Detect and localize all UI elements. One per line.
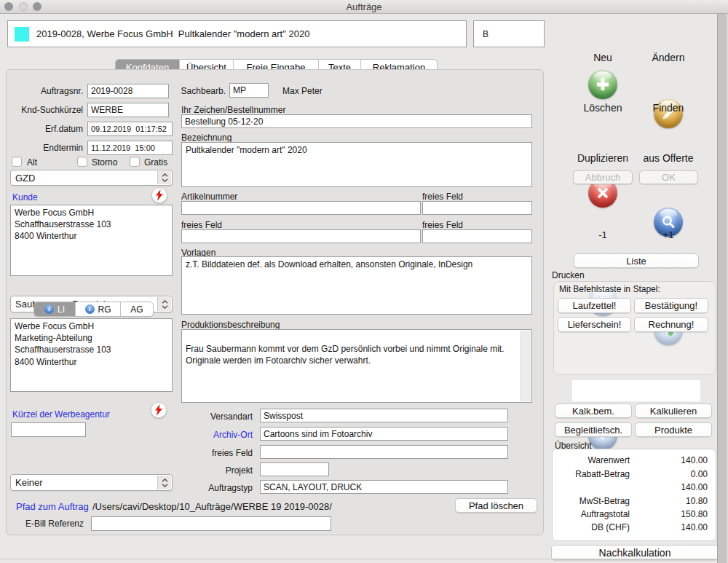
artikelnummer-field[interactable] [181,201,421,215]
plus-icon [595,76,611,92]
netto-value: 140.00 [635,482,708,492]
status-select[interactable]: GZD [10,170,173,186]
gratis-checkbox[interactable] [130,157,140,167]
produktion-box[interactable]: Frau Saubermann kommt vor dem GzD persön… [181,329,532,403]
suchkuerzel-label: Knd-Suchkürzel [10,105,83,115]
scrollbar[interactable] [717,14,727,563]
artikelnummer-label: Artikelnummer [181,192,237,202]
ebill-label: E-Bill Referenz [15,519,84,529]
kalkulieren-button[interactable]: Kalkulieren [635,403,712,418]
order-summary-field[interactable]: 2019-0028, Werbe Focus GmbH Pultkalender… [7,20,467,47]
info-icon[interactable]: i [44,304,54,314]
produktion-text: Frau Saubermann kommt vor dem GzD persön… [186,344,505,366]
auftragstyp-field[interactable]: SCAN, LAYOUT, DRUCK [260,480,508,494]
nachkalkulation-button[interactable]: Nachkalkulation [551,545,719,560]
agentur-link[interactable]: Kürzel der Werbeagentur [12,409,110,420]
chevron-updown-icon [157,171,171,184]
status-select-value: GZD [15,173,35,184]
tab-li[interactable]: i LI [34,302,76,316]
kalkbem-button[interactable]: Kalk.bem. [555,403,632,418]
ihr-zeichen-label: Ihr Zeichen/Bestellnummer [181,105,285,115]
db-chf-value: 140.00 [635,522,708,532]
suchkuerzel-field[interactable]: WERBE [87,103,169,117]
gratis-label: Gratis [144,157,167,168]
address-tabbar: i LI i RG AG [33,302,154,317]
freies-feld-3[interactable] [422,229,532,243]
mwst-value: 10.80 [635,496,708,506]
tab-ag[interactable]: AG [121,302,153,316]
ihr-zeichen-field[interactable]: Bestellung 05-12-20 [181,114,532,128]
archiv-ort-link[interactable]: Archiv-Ort [180,430,253,440]
auftragsnr-label: Auftragsnr. [10,86,83,96]
auftragstyp-value: SCAN, LAYOUT, DRUCK [264,482,362,492]
pfad-loeschen-button[interactable]: Pfad löschen [455,498,537,513]
ihr-zeichen-value: Bestellung 05-12-20 [185,117,263,127]
sachbearb-field[interactable]: MP [229,83,269,98]
pfad-link[interactable]: Pfad zum Auftrag [16,501,89,512]
freies-feld-2[interactable] [181,229,421,243]
prev-label: -1 [570,229,636,240]
db-chf-label: DB (CHF) [559,522,630,532]
freies-feld-4[interactable] [260,445,508,459]
drucken-label: Drucken [552,270,585,280]
window-title: Aufträge [0,1,728,12]
abbruch-button[interactable]: Abbruch [573,170,633,184]
kunde-address-box[interactable]: Werbe Focus GmbH Schaffhauserstrasse 103… [10,205,173,276]
li-address-box[interactable]: Werbe Focus GmbH Marketing-Abteilung Sch… [10,318,173,392]
mwst-label: MwSt-Betrag [559,496,630,506]
auftragstyp-label: Auftragstyp [180,483,253,493]
agentur-field[interactable] [11,422,86,437]
freies-feld-label: freies Feld [180,448,253,458]
chevron-updown-icon [157,297,171,311]
bezeichnung-box[interactable]: Pultkalender "modern art" 2020 [181,142,532,187]
endtermin-label: Endtermin [10,143,83,153]
info-icon[interactable]: i [85,304,95,314]
sachbearb-value: MP [233,85,246,95]
projekt-label: Projekt [180,465,253,476]
laufzettel-button[interactable]: Laufzettel! [558,298,631,313]
alt-checkbox[interactable] [12,157,22,167]
neu-label: Neu [570,52,636,63]
liste-button[interactable]: Liste [574,253,699,268]
finden-label: Finden [636,102,701,114]
lieferschein-button[interactable]: Lieferschein! [558,317,631,332]
scrollbar[interactable] [521,331,531,401]
pfad-value: /Users/cavi/Desktop/10_Aufträge/WERBE 19… [92,501,332,512]
projekt-field[interactable] [260,462,329,476]
kunde-link[interactable]: Kunde [12,192,38,202]
chevron-updown-icon [157,476,171,489]
neu-button[interactable] [588,70,617,99]
endtermin-field[interactable]: 11.12.2019 15:00 [87,141,173,155]
begleitliefsch-button[interactable]: Begleitliefsch. [555,422,632,437]
bestaetigung-button[interactable]: Bestätigung! [634,298,708,313]
bezeichnung-label: Bezeichnung [181,133,232,143]
rabatt-label: Rabatt-Betrag [559,469,630,479]
suchkuerzel-value: WERBE [91,105,123,115]
archiv-ort-field[interactable]: Cartoons sind im Fotoarchiv [260,427,508,441]
agentur-select[interactable]: Keiner [10,474,173,491]
erfdatum-label: Erf.datum [10,124,83,134]
auftragsnr-field[interactable]: 2019-0028 [87,84,169,98]
versandart-value: Swisspost [264,411,303,421]
alt-label: Alt [27,157,37,168]
rechnung-button[interactable]: Rechnung! [634,317,708,332]
auftragstotal-label: Auftragstotal [559,509,630,519]
aus-offerte-label: aus Offerte [636,152,701,164]
agentur-lightning-button[interactable] [151,402,167,418]
produkte-button[interactable]: Produkte [635,422,712,437]
ebill-field[interactable] [91,516,331,531]
storno-label: Storno [92,157,117,168]
agentur-select-value: Keiner [15,477,43,488]
vorlagen-box[interactable]: z.T. Bilddateien def. als Download erhal… [181,256,532,315]
tab-rg[interactable]: i RG [76,302,121,316]
stapel-label: Mit Befehlstaste in Stapel: [559,284,660,294]
storno-checkbox[interactable] [77,157,87,167]
magnifier-icon [660,214,676,230]
erfdatum-field[interactable]: 09.12.2019 01:17:52 [87,122,173,136]
freies-feld-1[interactable] [422,201,532,215]
ok-button[interactable]: OK [639,170,698,184]
kunde-lightning-button[interactable] [151,187,167,203]
sachbearb-name: Max Peter [282,86,323,96]
status-b-field[interactable]: B [473,20,545,47]
versandart-field[interactable]: Swisspost [260,409,508,422]
